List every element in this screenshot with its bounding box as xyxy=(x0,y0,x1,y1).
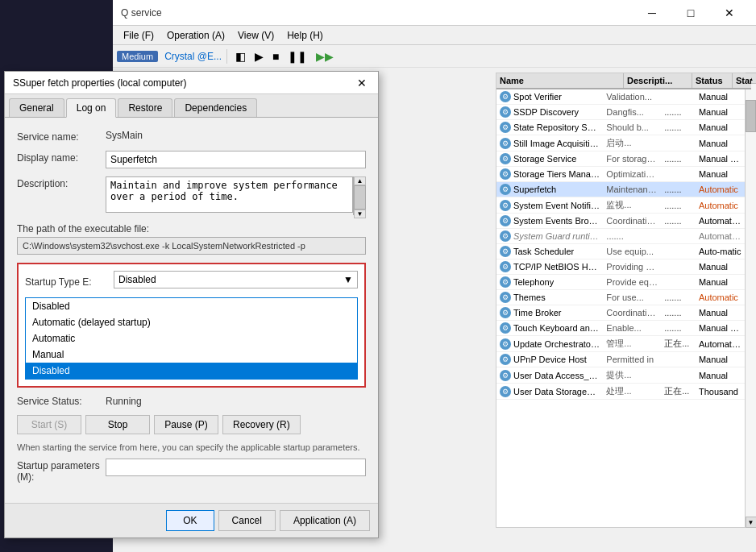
startup-type-dropdown-list[interactable]: Disabled Automatic (delayed startup) Aut… xyxy=(25,297,358,380)
cancel-button[interactable]: Cancel xyxy=(218,510,276,531)
service-startup-cell: Automatic xyxy=(696,183,745,196)
table-scroll-area[interactable]: ⚙Spot VerifierValidation...Manualtrigger… xyxy=(496,89,751,522)
table-row[interactable]: ⚙SuperfetchMaintenance equipments.......… xyxy=(496,182,751,197)
tab-general[interactable]: General xyxy=(9,98,64,117)
dropdown-item-auto-delayed[interactable]: Automatic (delayed startup) xyxy=(26,314,357,330)
table-row[interactable]: ⚙Spot VerifierValidation...Manualtrigger… xyxy=(496,89,751,105)
table-row[interactable]: ⚙System Guard runtime monitoring........… xyxy=(496,229,751,244)
application-button[interactable]: Application (A) xyxy=(280,510,370,531)
table-row[interactable]: ⚙Storage Tiers Managem...Optimization...… xyxy=(496,167,751,182)
desc-scroll-thumb[interactable] xyxy=(354,185,366,210)
stop-button[interactable]: Stop xyxy=(85,415,150,434)
service-gear-icon: ⚙ xyxy=(500,276,511,288)
table-row[interactable]: ⚙User Data Storage_516fa...处理...正在...Tho… xyxy=(496,384,751,400)
service-desc-cell: Provide equipment... xyxy=(603,276,661,288)
table-row[interactable]: ⚙Update Orchestrator Ser...管理...正在...Aut… xyxy=(496,336,751,352)
col-header-desc[interactable]: Descripti... xyxy=(624,73,692,88)
dialog-titlebar: SSuper fetch properties (local computer)… xyxy=(5,72,378,94)
service-startup-cell: Auto-matic xyxy=(696,245,745,258)
service-status-label: Service Status: xyxy=(17,396,106,407)
pause-button[interactable]: Pause (P) xyxy=(154,415,218,434)
service-status-cell xyxy=(661,250,696,253)
params-note: When starting the service from here, you… xyxy=(17,442,366,452)
service-status-cell: ....... xyxy=(661,291,696,304)
close-button[interactable]: ✕ xyxy=(711,0,748,26)
service-gear-icon: ⚙ xyxy=(500,215,511,226)
table-row[interactable]: ⚙TelephonyProvide equipment...ManualNetw… xyxy=(496,275,751,290)
service-status-cell: ....... xyxy=(661,322,696,334)
toolbar-ff-icon[interactable]: ▶▶ xyxy=(313,48,337,64)
menu-view[interactable]: View (V) xyxy=(231,28,280,43)
col-header-startup[interactable]: Startup Type xyxy=(733,73,752,88)
menu-file[interactable]: File (F) xyxy=(117,28,160,43)
table-row[interactable]: ⚙Touch Keyboard and Ha...Enable.........… xyxy=(496,321,751,336)
maximize-button[interactable]: □ xyxy=(672,0,709,26)
dropdown-item-manual[interactable]: Manual xyxy=(26,347,357,363)
toolbar-play-icon[interactable]: ▶ xyxy=(251,48,267,64)
startup-params-input[interactable] xyxy=(106,459,366,476)
ok-button[interactable]: OK xyxy=(166,510,214,531)
desc-scroll-down[interactable]: ▼ xyxy=(354,210,366,218)
service-status-cell xyxy=(661,265,696,268)
tab-restore[interactable]: Restore xyxy=(118,98,172,117)
service-name-cell: ⚙Still Image Acquisition Ev... xyxy=(496,136,603,151)
table-row[interactable]: ⚙User Data Access_516fa07提供...ManualLoca… xyxy=(496,367,751,384)
service-gear-icon: ⚙ xyxy=(500,370,511,381)
table-row[interactable]: ⚙Time BrokerCoordinating equip..........… xyxy=(496,305,751,321)
toolbar-stop-icon[interactable]: ■ xyxy=(269,48,282,64)
dialog-content: Service name: SysMain Display name: Desc… xyxy=(5,118,378,503)
dropdown-item-disabled-top[interactable]: Disabled xyxy=(26,298,357,314)
service-startup-cell: Manual xyxy=(696,106,745,118)
toolbar-narrow-icon[interactable]: ◧ xyxy=(232,48,249,64)
right-scrollbar[interactable]: ▲ ▼ xyxy=(745,73,756,528)
table-row[interactable]: ⚙Storage ServiceFor storage..........Man… xyxy=(496,151,751,167)
service-desc-cell: Coordinating equip... xyxy=(603,306,661,319)
menu-operation[interactable]: Operation (A) xyxy=(160,28,231,43)
service-startup-cell: Manual xyxy=(696,168,745,181)
table-row[interactable]: ⚙TCP/IP NetBIOS HelperProviding **ongoin… xyxy=(496,259,751,275)
dropdown-item-automatic[interactable]: Automatic xyxy=(26,330,357,347)
desc-scroll-track xyxy=(354,185,366,210)
toolbar-pause-icon[interactable]: ❚❚ xyxy=(285,48,310,64)
service-status-cell: ....... xyxy=(661,152,696,165)
scroll-thumb[interactable] xyxy=(746,100,756,132)
table-row[interactable]: ⚙Still Image Acquisition Ev...启动...Manua… xyxy=(496,135,751,151)
dropdown-item-disabled-selected[interactable]: Disabled xyxy=(26,363,357,379)
service-gear-icon: ⚙ xyxy=(500,338,511,350)
table-row[interactable]: ⚙System Event Notification...监视.........… xyxy=(496,197,751,214)
desc-scroll-up[interactable]: ▲ xyxy=(354,176,366,185)
col-header-name[interactable]: Name xyxy=(496,73,624,88)
exe-path-section: The path of the executable file: C:\Wind… xyxy=(17,223,366,255)
service-gear-icon: ⚙ xyxy=(500,138,511,149)
menu-help[interactable]: Help (H) xyxy=(280,28,330,43)
toolbar-separator xyxy=(226,49,227,64)
service-startup-cell: Manual (trigger the local system xyxy=(696,322,745,334)
scroll-down-arrow[interactable]: ▼ xyxy=(746,517,757,528)
service-desc-cell: Optimization... xyxy=(603,168,661,181)
display-name-input[interactable] xyxy=(106,151,366,168)
startup-type-display[interactable]: Disabled ▼ xyxy=(114,271,358,288)
display-name-label: Display name: xyxy=(17,151,106,164)
table-row[interactable]: ⚙SSDP DiscoveryDangfis..........ManualLo… xyxy=(496,105,751,120)
minimize-button[interactable]: ─ xyxy=(633,0,671,26)
col-header-status[interactable]: Status xyxy=(692,73,733,88)
service-status-cell: ....... xyxy=(661,106,696,118)
toolbar-user: Crystal @E... xyxy=(164,51,222,62)
table-row[interactable]: ⚙State Repository ServiceShould b.......… xyxy=(496,120,751,135)
tab-dependencies[interactable]: Dependencies xyxy=(174,98,257,117)
tab-logon[interactable]: Log on xyxy=(66,98,117,118)
table-row[interactable]: ⚙System Events BrokerCoordinating equipm… xyxy=(496,214,751,229)
description-scrollbar[interactable]: ▲ ▼ xyxy=(353,176,366,215)
superfetch-properties-dialog: SSuper fetch properties (local computer)… xyxy=(4,71,379,538)
table-row[interactable]: ⚙ThemesFor use..........AutomaticLocal s… xyxy=(496,290,751,305)
recovery-button[interactable]: Recovery (R) xyxy=(222,415,301,434)
service-name-cell: ⚙UPnP Device Host xyxy=(496,352,603,367)
description-textarea[interactable] xyxy=(106,176,353,213)
description-row: Description: ▲ ▼ xyxy=(17,176,366,215)
table-row[interactable]: ⚙UPnP Device HostPermitted inManualLocal… xyxy=(496,352,751,367)
service-status-value: Running xyxy=(106,396,142,407)
table-row[interactable]: ⚙Task SchedulerUse equip...Auto-maticLoc… xyxy=(496,244,751,259)
start-button[interactable]: Start (S) xyxy=(17,415,81,434)
dialog-close-button[interactable]: ✕ xyxy=(354,75,370,91)
description-label: Description: xyxy=(17,176,106,189)
